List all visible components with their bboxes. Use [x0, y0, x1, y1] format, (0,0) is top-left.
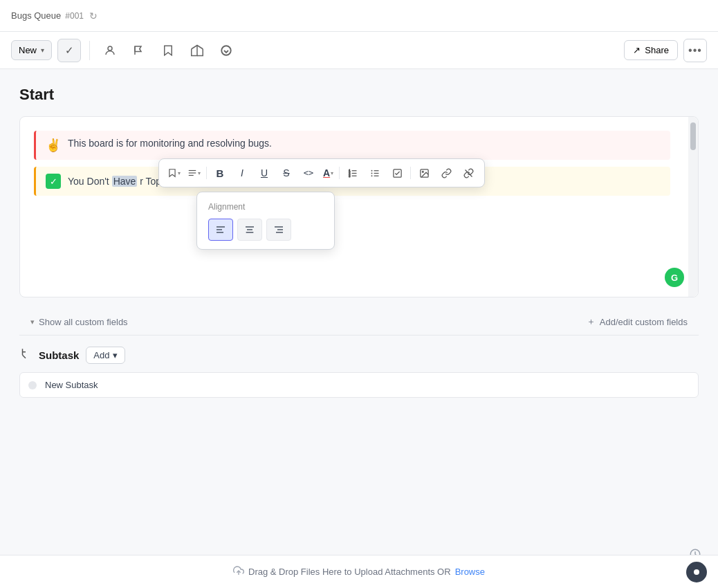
ft-divider-3 [410, 167, 411, 179]
page-title: Start [19, 86, 699, 104]
notice-emoji: ✌ [46, 138, 61, 153]
subtask-tree-icon [19, 347, 32, 363]
italic-button[interactable]: I [232, 163, 252, 183]
alignment-dropdown: Alignment [196, 192, 335, 250]
toolbar-right: ↗ Share ••• [624, 39, 707, 62]
more-options-button[interactable]: ••• [683, 39, 707, 62]
svg-point-17 [371, 175, 372, 176]
show-fields-label: Show all custom fields [39, 317, 128, 327]
svg-point-21 [422, 171, 423, 172]
share-icon: ↗ [633, 45, 641, 55]
font-color-arrow: ▾ [331, 170, 333, 176]
font-color-button[interactable]: A ▾ [320, 163, 336, 183]
notice-block: ✌ This board is for monitoring and resol… [34, 131, 670, 160]
bookmark-format-button[interactable]: ▾ [165, 163, 183, 183]
align-format-button[interactable]: ▾ [185, 163, 203, 183]
check-button[interactable]: ✓ [57, 39, 81, 62]
add-fields-plus-icon: ＋ [587, 315, 596, 328]
check-icon-green: ✓ [46, 174, 61, 189]
add-subtask-label: Add [93, 350, 109, 360]
todo-button[interactable] [387, 163, 407, 183]
more-icon: ••• [688, 44, 702, 57]
unlink-button[interactable] [458, 163, 479, 183]
svg-point-15 [371, 172, 372, 174]
main-content: Start ✌ This board is for monitoring and… [0, 69, 718, 588]
browse-link[interactable]: Browse [455, 567, 485, 577]
font-color-icon: A [323, 167, 330, 178]
svg-point-0 [108, 46, 112, 50]
add-subtask-chevron: ▾ [113, 350, 118, 360]
toolbar-divider-1 [89, 41, 90, 60]
align-right-button[interactable] [266, 219, 291, 241]
toolbar: New ▾ ✓ ↗ Share ••• [0, 32, 718, 69]
show-custom-fields-button[interactable]: ▾ Show all custom fields [30, 317, 128, 327]
alignment-label: Alignment [208, 202, 323, 212]
share-button[interactable]: ↗ Share [624, 40, 678, 60]
editor-inner[interactable]: ✌ This board is for monitoring and resol… [20, 117, 698, 297]
align-left-button[interactable] [208, 219, 233, 241]
record-inner [692, 568, 701, 576]
align-center-button[interactable] [237, 219, 262, 241]
upload-cloud-icon [233, 565, 244, 578]
editor-area[interactable]: ✌ This board is for monitoring and resol… [19, 116, 699, 297]
scroll-bar[interactable] [688, 117, 698, 297]
image-button[interactable] [414, 163, 434, 183]
notice-text: This board is for monitoring and resolvi… [68, 138, 272, 149]
bold-button[interactable]: B [210, 163, 230, 183]
svg-point-13 [371, 169, 372, 171]
flag-icon-button[interactable] [127, 39, 151, 62]
editor-avatar: G [665, 268, 684, 287]
selected-text-1: Have [112, 176, 138, 187]
breadcrumb-id: #001 [65, 11, 84, 21]
box-icon-button[interactable] [185, 39, 209, 62]
svg-point-3 [221, 46, 231, 55]
show-fields-arrow-icon: ▾ [30, 318, 35, 327]
svg-text:3: 3 [349, 174, 350, 177]
link-button[interactable] [436, 163, 457, 183]
custom-fields-row: ▾ Show all custom fields ＋ Add/edit cust… [19, 309, 699, 336]
status-chevron-icon: ▾ [41, 46, 44, 54]
subtask-header: Subtask Add ▾ [19, 347, 699, 364]
check-mark: ✓ [50, 176, 57, 187]
breadcrumb-queue: Bugs Queue [11, 10, 61, 21]
status-button[interactable]: New ▾ [11, 40, 52, 60]
scroll-thumb [690, 122, 696, 150]
format-toolbar: ▾ ▾ B I U S <> A ▾ 1 [158, 158, 485, 187]
upload-text: Drag & Drop Files Here to Upload Attachm… [248, 567, 451, 577]
add-subtask-button[interactable]: Add ▾ [86, 347, 125, 364]
bookmark-icon-button[interactable] [156, 39, 180, 62]
status-label: New [19, 45, 37, 55]
ft-divider-1 [206, 167, 207, 179]
check-icon: ✓ [65, 44, 74, 57]
avatar-letter: G [671, 273, 678, 283]
subtask-row[interactable]: New Subtask [19, 372, 699, 398]
ft-divider-2 [339, 167, 340, 179]
subtask-section: Subtask Add ▾ New Subtask [19, 336, 699, 398]
subtask-status-dot [28, 381, 37, 389]
top-bar: Bugs Queue #001 ↻ [0, 0, 718, 32]
share-label: Share [645, 45, 669, 55]
code-button[interactable]: <> [298, 163, 319, 183]
strikethrough-button[interactable]: S [276, 163, 297, 183]
add-custom-fields-button[interactable]: ＋ Add/edit custom fields [587, 315, 688, 328]
add-fields-label: Add/edit custom fields [600, 317, 688, 327]
underline-button[interactable]: U [254, 163, 275, 183]
subtask-title: Subtask [39, 349, 79, 361]
align-arrow: ▾ [198, 170, 201, 176]
bookmark-arrow: ▾ [178, 170, 181, 176]
upload-bar: Drag & Drop Files Here to Upload Attachm… [0, 555, 718, 588]
ordered-list-button[interactable]: 1 2 3 [342, 163, 363, 183]
chevron-down-icon-button[interactable] [214, 39, 238, 62]
assign-icon-button[interactable] [98, 39, 122, 62]
subtask-name: New Subtask [45, 380, 98, 390]
unordered-list-button[interactable] [365, 163, 385, 183]
sync-icon[interactable]: ↻ [89, 10, 98, 21]
record-button[interactable] [686, 562, 707, 582]
svg-line-22 [465, 169, 472, 176]
alignment-options [208, 219, 323, 241]
breadcrumb[interactable]: Bugs Queue #001 [11, 10, 84, 21]
